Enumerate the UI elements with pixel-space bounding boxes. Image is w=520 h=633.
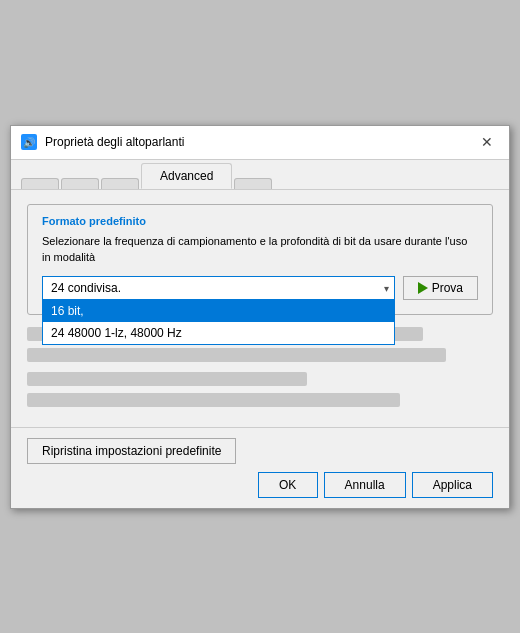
dropdown-item-24bit-48000[interactable]: 24 48000 1-lz, 48000 Hz (43, 322, 394, 344)
title-bar-icon: 🔊 (21, 134, 37, 150)
dialog-window: 🔊 Proprietà degli altoparlanti ✕ Advance… (10, 125, 510, 509)
dropdown-selected-value: 24 condivisa. (51, 281, 121, 295)
placeholder-section-2 (27, 372, 493, 407)
prova-button[interactable]: Prova (403, 276, 478, 300)
dropdown-listbox: 16 bit, 24 48000 1-lz, 48000 Hz (42, 300, 395, 345)
play-icon (418, 282, 428, 294)
button-row: OK Annulla Applica (27, 472, 493, 498)
placeholder-bar-4 (27, 393, 400, 407)
placeholder-bar-2 (27, 348, 446, 362)
ok-button[interactable]: OK (258, 472, 318, 498)
tab-3[interactable] (101, 178, 139, 189)
apply-button[interactable]: Applica (412, 472, 493, 498)
format-group-box: Formato predefinito Selezionare la frequ… (27, 204, 493, 315)
tab-bar: Advanced (11, 160, 509, 190)
cancel-button[interactable]: Annulla (324, 472, 406, 498)
description-text: Selezionare la frequenza di campionament… (42, 233, 478, 266)
close-button[interactable]: ✕ (475, 130, 499, 154)
tab-2[interactable] (61, 178, 99, 189)
dropdown-item-16bit[interactable]: 16 bit, (43, 300, 394, 322)
title-bar: 🔊 Proprietà degli altoparlanti ✕ (11, 126, 509, 160)
restore-defaults-button[interactable]: Ripristina impostazioni predefinite (27, 438, 236, 464)
tab-1[interactable] (21, 178, 59, 189)
tab-5[interactable] (234, 178, 272, 189)
placeholder-bar-3 (27, 372, 307, 386)
dropdown-container: 24 condivisa. ▾ 16 bit, 24 48000 1-lz, 4… (42, 276, 395, 300)
group-label: Formato predefinito (42, 215, 478, 227)
select-row: 24 condivisa. ▾ 16 bit, 24 48000 1-lz, 4… (42, 276, 478, 300)
prova-label: Prova (432, 281, 463, 295)
footer-area: Ripristina impostazioni predefinite OK A… (11, 427, 509, 508)
content-area: Formato predefinito Selezionare la frequ… (11, 190, 509, 427)
speaker-icon: 🔊 (23, 137, 35, 148)
dialog-title: Proprietà degli altoparlanti (45, 135, 475, 149)
format-dropdown[interactable]: 24 condivisa. (42, 276, 395, 300)
tab-advanced[interactable]: Advanced (141, 163, 232, 189)
